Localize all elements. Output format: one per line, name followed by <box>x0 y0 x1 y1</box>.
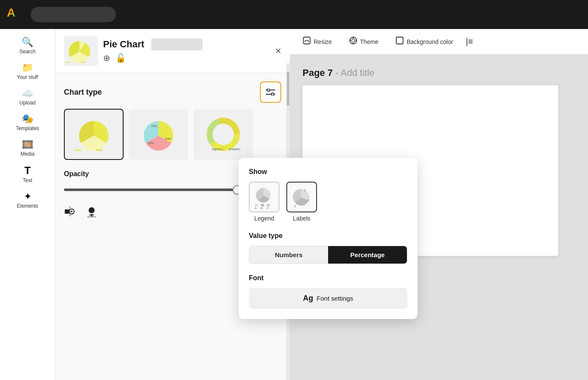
percentage-button[interactable]: Percentage <box>328 246 407 264</box>
panel-title-section: Pie Chart ⊕ 🔓 <box>103 38 270 63</box>
chart-thumbnail <box>64 36 98 66</box>
show-items-list: A B C Legend 1 2 3 Labels <box>249 182 407 222</box>
background-color-label: Background color <box>406 38 453 45</box>
theme-icon <box>349 36 357 47</box>
svg-rect-36 <box>255 204 258 206</box>
show-legend-item[interactable]: A B C Legend <box>249 182 280 222</box>
labels-label: Labels <box>293 215 310 222</box>
background-color-icon <box>395 36 404 47</box>
svg-point-5 <box>267 89 270 91</box>
sidebar-item-elements[interactable]: ✦ Elements <box>0 189 55 212</box>
theme-button[interactable]: Theme <box>345 34 383 49</box>
sidebar-item-text-label: Text <box>23 177 32 183</box>
svg-text:40%: 40% <box>165 137 171 140</box>
svg-point-23 <box>89 207 95 213</box>
text-icon: T <box>24 165 31 176</box>
font-settings-button[interactable]: Ag Font settings <box>249 288 407 309</box>
canvas-toolbar: Resize Theme <box>290 29 588 55</box>
page-number: Page 7 <box>303 67 333 78</box>
svg-text:1: 1 <box>304 189 306 191</box>
sidebar-item-text[interactable]: T Text <box>0 162 55 187</box>
sidebar-item-search[interactable]: 🔍 Search <box>0 34 55 58</box>
chart-type-list: 25% 40% 35% legend 1 analytics <box>64 109 281 160</box>
svg-point-33 <box>355 40 357 41</box>
chart-type-label: Chart type <box>64 88 102 97</box>
upload-icon: ☁️ <box>22 89 33 98</box>
resize-button[interactable]: Resize <box>298 34 336 49</box>
close-panel-button[interactable]: × <box>275 45 281 57</box>
sidebar-item-search-label: Search <box>19 49 35 55</box>
show-labels-item[interactable]: 1 2 3 Labels <box>286 182 317 222</box>
page-add-title[interactable]: - Add title <box>335 67 375 78</box>
topbar: A <box>0 0 588 29</box>
crop-icon[interactable] <box>85 206 98 220</box>
sidebar-item-templates-label: Templates <box>16 125 39 131</box>
font-settings-label: Font settings <box>317 295 353 302</box>
lock-icon[interactable]: 🔓 <box>115 53 126 63</box>
svg-text:B: B <box>261 207 262 209</box>
value-type-section-title: Value type <box>249 232 407 240</box>
panel-icon-row: ⊕ 🔓 <box>103 53 270 63</box>
sidebar-item-media[interactable]: 🎞️ Media <box>0 136 55 160</box>
opacity-slider[interactable] <box>64 189 255 191</box>
panel-title: Pie Chart <box>103 39 144 50</box>
chart-type-pie-labeled[interactable]: 25% 40% 35% <box>129 109 188 160</box>
svg-point-7 <box>271 93 274 96</box>
filter-button[interactable] <box>260 81 281 103</box>
svg-text:2: 2 <box>308 199 309 202</box>
chart-type-section-header: Chart type <box>64 81 281 103</box>
svg-point-30 <box>352 37 354 38</box>
value-type-toggle: Numbers Percentage <box>249 246 407 264</box>
svg-text:legend 1: legend 1 <box>212 148 223 151</box>
svg-text:analytics: analytics <box>229 148 241 151</box>
sidebar-item-your-stuff-label: Your stuff <box>17 74 38 80</box>
svg-text:35%: 35% <box>148 142 154 145</box>
sidebar-item-upload-label: Upload <box>19 100 35 106</box>
legend-label: Legend <box>254 215 274 222</box>
panel-header: Pie Chart ⊕ 🔓 × <box>55 29 290 73</box>
labels-thumb: 1 2 3 <box>286 182 317 212</box>
font-section-title: Font <box>249 274 407 282</box>
chart-type-pie-filled[interactable] <box>64 109 124 160</box>
sidebar-item-elements-label: Elements <box>17 203 38 209</box>
numbers-button[interactable]: Numbers <box>249 246 328 264</box>
panel-title-edit-bar[interactable] <box>151 38 202 50</box>
resize-label: Resize <box>314 38 332 45</box>
resize-icon <box>303 36 311 47</box>
svg-rect-19 <box>65 209 69 214</box>
page-title-area: Page 7 - Add title <box>303 67 558 78</box>
svg-point-31 <box>352 43 354 44</box>
ag-prefix: Ag <box>303 294 313 303</box>
legend-thumb: A B C <box>249 182 280 212</box>
svg-point-29 <box>352 39 355 42</box>
svg-point-32 <box>349 40 351 41</box>
svg-rect-37 <box>261 204 264 206</box>
topbar-search-bar <box>31 7 116 22</box>
svg-text:3: 3 <box>294 205 296 208</box>
background-color-button[interactable]: Background color <box>391 34 457 49</box>
show-section-title: Show <box>249 168 407 176</box>
svg-text:A: A <box>255 207 257 209</box>
media-icon: 🎞️ <box>22 140 33 149</box>
svg-text:C: C <box>267 207 269 209</box>
sidebar-item-your-stuff[interactable]: 📁 Your stuff <box>0 60 55 84</box>
folder-icon: 📁 <box>22 63 33 73</box>
theme-label: Theme <box>360 38 379 45</box>
svg-rect-38 <box>267 204 270 206</box>
chart-options-popup: Show A B C Legend <box>239 158 418 319</box>
sidebar-item-media-label: Media <box>20 151 35 157</box>
chart-type-donut[interactable]: legend 1 analytics <box>193 109 253 160</box>
sidebar-item-templates[interactable]: 🎭 Templates <box>0 111 55 135</box>
sidebar-item-upload[interactable]: ☁️ Upload <box>0 85 55 109</box>
svg-point-21 <box>71 211 72 212</box>
add-to-page-icon[interactable]: ⊕ <box>103 53 110 63</box>
flip-horizontal-icon[interactable] <box>64 206 77 220</box>
svg-rect-34 <box>396 37 403 44</box>
app-logo[interactable]: A <box>7 6 24 23</box>
templates-icon: 🎭 <box>22 114 33 124</box>
search-icon: 🔍 <box>22 38 33 47</box>
align-icon[interactable]: |≡ <box>466 37 473 46</box>
sidebar: 🔍 Search 📁 Your stuff ☁️ Upload 🎭 Templa… <box>0 29 55 380</box>
svg-text:25%: 25% <box>151 125 157 128</box>
elements-icon: ✦ <box>24 192 32 201</box>
